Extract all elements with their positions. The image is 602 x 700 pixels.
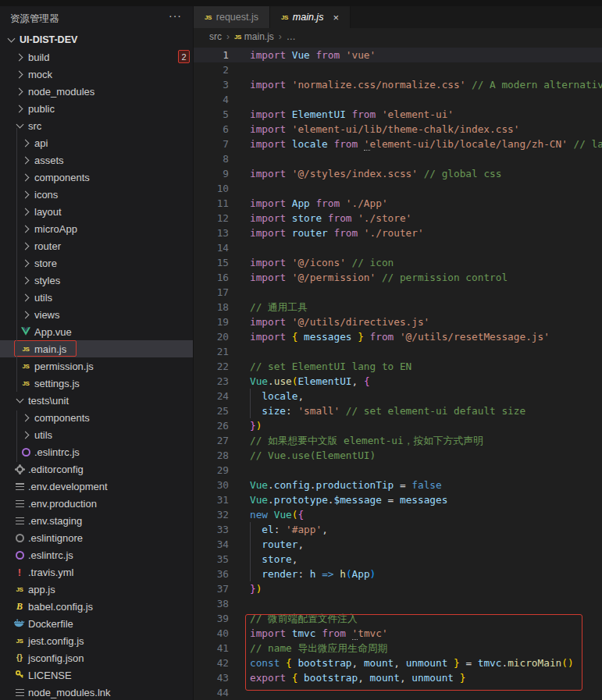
sidebar-item-settings.js[interactable]: JSsettings.js — [0, 375, 193, 392]
code-line-1[interactable]: 1import Vue from 'vue' — [194, 48, 602, 62]
sidebar-folder-api[interactable]: api — [0, 134, 193, 151]
line-number[interactable]: 32 — [194, 507, 242, 522]
code-line-36[interactable]: 36 render: h => h(App) — [194, 567, 602, 581]
line-number[interactable]: 37 — [194, 581, 242, 596]
chevron-right-icon[interactable] — [21, 293, 29, 301]
chevron-right-icon[interactable] — [21, 259, 29, 267]
sidebar-item-babel.config.js[interactable]: Bbabel.config.js — [0, 598, 193, 615]
sidebar-item-.editorconfig[interactable]: .editorconfig — [0, 460, 193, 478]
code-line-19[interactable]: 19import '@/utils/directives.js' — [194, 314, 602, 329]
chevron-right-icon[interactable] — [21, 414, 29, 421]
line-number[interactable]: 12 — [194, 211, 242, 226]
sidebar-folder-layout[interactable]: layout — [0, 203, 193, 220]
code-line-15[interactable]: 15import '@/icons' // icon — [194, 255, 602, 270]
code-line-3[interactable]: 3import 'normalize.css/normalize.css' //… — [194, 77, 602, 92]
sidebar-folder-store[interactable]: store — [0, 254, 193, 272]
line-number[interactable]: 33 — [194, 522, 242, 537]
sidebar-folder-microapp[interactable]: microApp — [0, 220, 193, 237]
breadcrumb-file[interactable]: main.js — [244, 31, 274, 42]
line-number[interactable]: 9 — [194, 166, 242, 181]
close-icon[interactable]: × — [333, 12, 339, 23]
code-line-24[interactable]: 24 locale, — [194, 389, 602, 403]
code-line-11[interactable]: 11import App from './App' — [194, 196, 602, 211]
code-line-22[interactable]: 22// set ElementUI lang to EN — [194, 359, 602, 374]
code-line-32[interactable]: 32new Vue({ — [194, 507, 602, 522]
chevron-right-icon[interactable] — [15, 105, 23, 112]
code-line-8[interactable]: 8 — [194, 151, 602, 166]
sidebar-item-jest.config.js[interactable]: JSjest.config.js — [0, 632, 193, 649]
chevron-right-icon[interactable] — [21, 139, 29, 147]
line-number[interactable]: 14 — [194, 240, 242, 255]
code-line-9[interactable]: 9import '@/styles/index.scss' // global … — [194, 166, 602, 181]
sidebar-item-license[interactable]: LICENSE — [0, 666, 193, 684]
sidebar-item-node-modules.lnk[interactable]: node_modules.lnk — [0, 684, 193, 700]
code-line-16[interactable]: 16import '@/permission' // permission co… — [194, 270, 602, 285]
code-line-6[interactable]: 6import 'element-ui/lib/theme-chalk/inde… — [194, 122, 602, 137]
line-number[interactable]: 23 — [194, 374, 242, 389]
line-number[interactable]: 28 — [194, 448, 242, 463]
code-line-23[interactable]: 23Vue.use(ElementUI, { — [194, 374, 602, 389]
sidebar-folder-utils[interactable]: utils — [0, 426, 193, 443]
line-number[interactable]: 6 — [194, 122, 242, 137]
chevron-right-icon[interactable] — [15, 70, 23, 78]
tab-main-js[interactable]: JSmain.js× — [270, 6, 351, 28]
line-number[interactable]: 22 — [194, 359, 242, 374]
sidebar-item-.env.development[interactable]: .env.development — [0, 478, 193, 495]
chevron-right-icon[interactable] — [21, 242, 29, 250]
line-number[interactable]: 34 — [194, 537, 242, 552]
code-line-35[interactable]: 35 store, — [194, 552, 602, 567]
line-number[interactable]: 8 — [194, 151, 242, 166]
line-number[interactable]: 18 — [194, 300, 242, 314]
line-number[interactable]: 19 — [194, 314, 242, 329]
line-number[interactable]: 40 — [194, 626, 242, 641]
sidebar-root-folder[interactable]: UI-DIST-DEV — [0, 31, 193, 48]
line-number[interactable]: 39 — [194, 611, 242, 626]
sidebar-item-.env.production[interactable]: .env.production — [0, 495, 193, 512]
sidebar-folder-components[interactable]: components — [0, 169, 193, 186]
code-line-41[interactable]: 41// name 导出微应用生命周期 — [194, 641, 602, 656]
chevron-right-icon[interactable] — [21, 208, 29, 215]
chevron-down-icon[interactable] — [16, 396, 23, 403]
line-number[interactable]: 27 — [194, 433, 242, 448]
breadcrumb-folder[interactable]: src — [209, 31, 222, 42]
code-line-40[interactable]: 40import tmvc from 'tmvc' — [194, 626, 602, 641]
line-number[interactable]: 10 — [194, 181, 242, 196]
code-line-29[interactable]: 29 — [194, 463, 602, 478]
chevron-right-icon[interactable] — [15, 87, 23, 95]
sidebar-item-.eslintrc.js[interactable]: .eslintrc.js — [0, 546, 193, 563]
code-line-20[interactable]: 20import { messages } from '@/utils/rese… — [194, 329, 602, 344]
code-line-17[interactable]: 17 — [194, 285, 602, 300]
code-area[interactable]: 1import Vue from 'vue'23import 'normaliz… — [194, 45, 602, 700]
chevron-right-icon[interactable] — [21, 225, 29, 233]
chevron-right-icon[interactable] — [21, 156, 29, 164]
line-number[interactable]: 44 — [194, 685, 242, 700]
line-number[interactable]: 4 — [194, 92, 242, 107]
code-line-42[interactable]: 42const { bootstrap, mount, unmount } = … — [194, 656, 602, 670]
line-number[interactable]: 2 — [194, 62, 242, 77]
line-number[interactable]: 41 — [194, 641, 242, 656]
line-number[interactable]: 21 — [194, 344, 242, 359]
sidebar-item-.eslintignore[interactable]: .eslintignore — [0, 529, 193, 546]
code-line-44[interactable]: 44 — [194, 685, 602, 700]
line-number[interactable]: 1 — [194, 48, 242, 62]
line-number[interactable]: 13 — [194, 226, 242, 240]
sidebar-folder-tests-unit[interactable]: tests\unit — [0, 392, 193, 409]
sidebar-item-main.js[interactable]: JSmain.js — [0, 340, 193, 357]
sidebar-folder-build[interactable]: build2 — [0, 48, 193, 66]
sidebar-item-jsconfig.json[interactable]: {}jsconfig.json — [0, 649, 193, 666]
code-line-28[interactable]: 28// Vue.use(ElementUI) — [194, 448, 602, 463]
sidebar-folder-components[interactable]: components — [0, 409, 193, 426]
code-line-31[interactable]: 31Vue.prototype.$message = messages — [194, 492, 602, 507]
sidebar-folder-mock[interactable]: mock — [0, 66, 193, 83]
sidebar-item-app.vue[interactable]: App.vue — [0, 323, 193, 340]
chevron-right-icon[interactable] — [21, 276, 29, 284]
code-line-25[interactable]: 25 size: 'small' // set element-ui defau… — [194, 403, 602, 418]
sidebar-folder-styles[interactable]: styles — [0, 272, 193, 289]
code-line-38[interactable]: 38 — [194, 596, 602, 611]
code-line-5[interactable]: 5import ElementUI from 'element-ui' — [194, 107, 602, 122]
code-line-14[interactable]: 14 — [194, 240, 602, 255]
sidebar-folder-views[interactable]: views — [0, 306, 193, 323]
chevron-right-icon[interactable] — [21, 190, 29, 198]
sidebar-folder-icons[interactable]: icons — [0, 186, 193, 203]
line-number[interactable]: 11 — [194, 196, 242, 211]
